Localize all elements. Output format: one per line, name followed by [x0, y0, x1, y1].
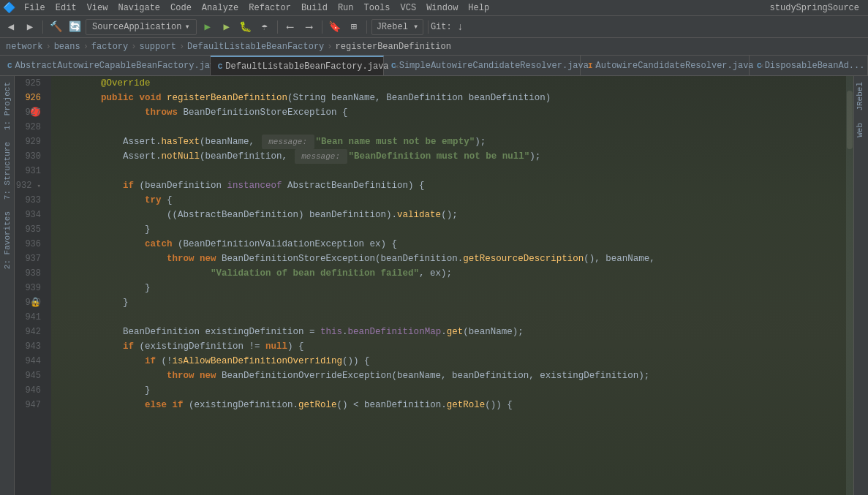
menu-tools[interactable]: Tools — [360, 1, 395, 15]
breadcrumb-factory[interactable]: factory — [91, 42, 128, 52]
menu-bar: 🔷 File Edit View Navigate Code Analyze R… — [0, 0, 868, 16]
tab-autowire-candidate[interactable]: I AutowireCandidateResolver.java ✕ — [581, 56, 750, 76]
tab-icon-3: C — [391, 61, 396, 70]
gutter-934: 934 — [15, 208, 45, 222]
tab-label-2: DefaultListableBeanFactory.java — [225, 61, 388, 72]
run-config-selector[interactable]: SourceApplication ▾ — [86, 19, 197, 35]
back-btn[interactable]: ◀ — [3, 19, 19, 35]
debug-btn[interactable]: 🐛 — [238, 19, 254, 35]
code-line-928 — [57, 120, 846, 135]
code-line-938: "Validation of bean definition failed", … — [57, 266, 846, 281]
breadcrumb-network[interactable]: network — [6, 42, 42, 52]
window-split-btn[interactable]: ⊞ — [346, 19, 362, 35]
sep4 — [366, 20, 367, 34]
tab-icon-1: C — [7, 61, 12, 70]
jrebel-dropdown[interactable]: JRebel ▾ — [371, 19, 424, 35]
menu-refactor[interactable]: Refactor — [244, 1, 295, 15]
tab-icon-2: C — [218, 62, 223, 71]
menu-window[interactable]: Window — [422, 1, 462, 15]
sidebar-project[interactable]: 1: Project — [1, 76, 13, 136]
breadcrumb-class[interactable]: DefaultListableBeanFactory — [187, 42, 324, 52]
code-line-939: } — [57, 281, 846, 295]
gutter-946: 946 — [15, 383, 45, 398]
nav-back-btn[interactable]: ⟵ — [282, 19, 298, 35]
code-line-945: throw new BeanDefinitionOverrideExceptio… — [57, 369, 846, 383]
gutter-930: 930 — [15, 149, 45, 164]
gutter-945: 945 — [15, 369, 45, 383]
code-line-943: if (existingDefinition != null) { — [57, 339, 846, 354]
dropdown-icon: ▾ — [184, 21, 189, 32]
tab-label-1: AbstractAutowireCapableBeanFactory.java — [15, 61, 221, 71]
gutter-932: 932 ▾ — [15, 178, 45, 193]
update-btn[interactable]: ↓ — [452, 19, 468, 35]
left-panel: 1: Project 7: Structure 2: Favorites — [0, 76, 15, 495]
sidebar-jrebel[interactable]: JRebel — [854, 76, 868, 117]
menu-analyze[interactable]: Analyze — [197, 1, 243, 15]
coverage-btn[interactable]: ☂ — [257, 19, 273, 35]
code-line-946: } — [57, 383, 846, 398]
menu-view[interactable]: View — [83, 1, 113, 15]
build-btn[interactable]: 🔨 — [48, 19, 64, 35]
code-line-942: BeanDefinition existingDefinition = this… — [57, 325, 846, 339]
gutter-935: 935 — [15, 222, 45, 237]
menu-vcs[interactable]: VCS — [396, 1, 421, 15]
breadcrumb-beans[interactable]: beans — [54, 42, 80, 52]
menu-run[interactable]: Run — [333, 1, 358, 15]
gutter-939: 939 🔒 — [15, 281, 45, 295]
menu-edit[interactable]: Edit — [51, 1, 81, 15]
gutter-928: 928 — [15, 120, 45, 135]
sidebar-web[interactable]: Web — [854, 117, 868, 143]
right-panel: JRebel Web — [853, 76, 868, 495]
tab-abstract-autowire[interactable]: C AbstractAutowireCapableBeanFactory.jav… — [0, 56, 211, 76]
tab-icon-4: I — [588, 61, 593, 70]
code-line-932: if (beanDefinition instanceof AbstractBe… — [57, 178, 846, 193]
code-line-944: if (!isAllowBeanDefinitionOverriding()) … — [57, 354, 846, 369]
menu-navigate[interactable]: Navigate — [113, 1, 165, 15]
tab-disposable[interactable]: C DisposableBeanAd... ✕ — [750, 56, 868, 76]
breadcrumb: network › beans › factory › support › De… — [0, 38, 868, 56]
git-btn[interactable]: Git: — [433, 19, 449, 35]
tab-simple-autowire[interactable]: C SimpleAutowireCandidateResolver.java ✕ — [384, 56, 581, 76]
editor[interactable]: 925 926 🔴 927 928 929 930 931 932 ▾ 933 … — [15, 76, 853, 495]
sidebar-structure[interactable]: 7: Structure — [1, 136, 13, 205]
code-area[interactable]: @Override public void registerBeanDefini… — [51, 76, 846, 495]
gutter-925: 925 — [15, 76, 45, 91]
editor-container: 1: Project 7: Structure 2: Favorites 925… — [0, 76, 868, 495]
app-icon: 🔷 — [3, 1, 15, 14]
code-line-934: ((AbstractBeanDefinition) beanDefinition… — [57, 208, 846, 222]
tab-bar: C AbstractAutowireCapableBeanFactory.jav… — [0, 56, 868, 76]
code-line-925: @Override — [57, 76, 846, 91]
tab-default-listable[interactable]: C DefaultListableBeanFactory.java ✕ — [211, 56, 384, 76]
gutter-931: 931 — [15, 164, 45, 178]
code-line-936: catch (BeanDefinitionValidationException… — [57, 237, 846, 252]
run-btn[interactable]: ▶ — [200, 19, 216, 35]
menu-file[interactable]: File — [20, 1, 50, 15]
gutter-940: 940 — [15, 295, 45, 310]
sidebar-favorites[interactable]: 2: Favorites — [1, 205, 13, 275]
code-line-940: } — [57, 295, 846, 310]
sep2 — [277, 20, 278, 34]
sync-btn[interactable]: 🔄 — [67, 19, 83, 35]
menu-help[interactable]: Help — [464, 1, 494, 15]
gutter-926: 926 🔴 — [15, 91, 45, 105]
breadcrumb-method[interactable]: registerBeanDefinition — [336, 42, 451, 52]
sep1 — [42, 20, 43, 34]
code-line-935: } — [57, 222, 846, 237]
gutter-936: 936 — [15, 237, 45, 252]
forward-btn[interactable]: ▶ — [22, 19, 38, 35]
run-config-label: SourceApplication — [92, 22, 181, 32]
gutter-933: 933 — [15, 193, 45, 208]
nav-fwd-btn[interactable]: ⟶ — [301, 19, 317, 35]
tab-label-3: SimpleAutowireCandidateResolver.java — [399, 61, 589, 71]
run2-btn[interactable]: ▶ — [219, 19, 235, 35]
bookmark-btn[interactable]: 🔖 — [327, 19, 343, 35]
code-line-931 — [57, 164, 846, 178]
gutter-927: 927 — [15, 105, 45, 120]
gutter-947: 947 — [15, 398, 45, 412]
gutter-942: 942 — [15, 325, 45, 339]
breadcrumb-support[interactable]: support — [139, 42, 176, 52]
menu-build[interactable]: Build — [297, 1, 332, 15]
line-numbers: 925 926 🔴 927 928 929 930 931 932 ▾ 933 … — [15, 76, 51, 495]
menu-code[interactable]: Code — [166, 1, 196, 15]
gutter-941: 941 — [15, 310, 45, 325]
